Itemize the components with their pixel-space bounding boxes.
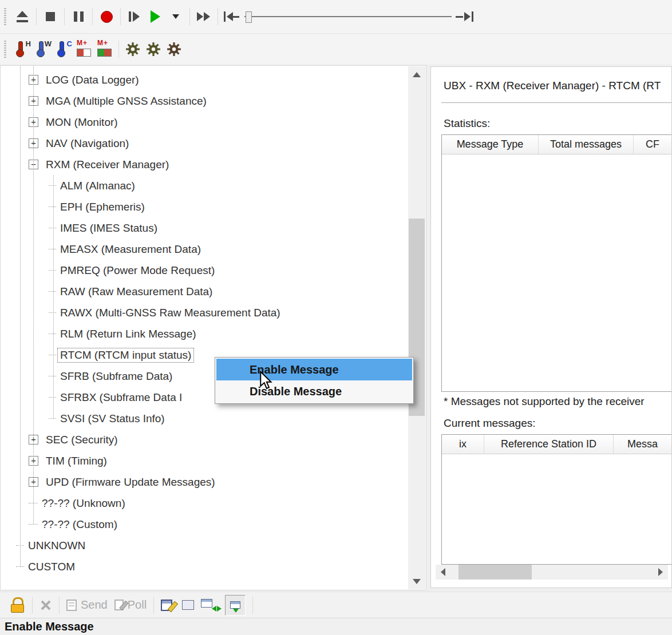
title-divider [441,102,671,103]
column-header-ref-station[interactable]: Reference Station ID [484,435,614,454]
tree-item-measx[interactable]: MEASX (Measurement Data) [1,239,408,260]
gear-icon [165,41,183,58]
send-button[interactable]: Send [66,598,108,612]
transfer-view-button[interactable] [201,599,218,612]
message-tree: +LOG (Data Logger) +MGA (Multiple GNSS A… [1,66,408,590]
tree-vertical-scrollbar [408,66,425,589]
customize-view-button[interactable] [161,600,172,611]
tree-item-label: IMES (IMES Status) [58,221,160,235]
tree-item-tim[interactable]: +TIM (Timing) [1,450,408,471]
dock-window-icon [230,601,240,609]
tree-item-label: CUSTOM [26,560,77,574]
menu-item-disable-message[interactable]: Disable Message [216,380,412,402]
skip-to-end-button[interactable] [454,5,475,28]
tree-item-label: MGA (Multiple GNSS Assistance) [44,94,209,108]
stop-button[interactable] [40,5,61,28]
gear-button-3[interactable] [164,38,184,61]
step-forward-button[interactable] [124,5,145,28]
panel-title: UBX - RXM (Receiver Manager) - RTCM (RT [444,80,661,92]
record-button[interactable] [96,5,117,28]
add-message-button-1[interactable]: M+ [74,38,94,61]
tree-item-label: NAV (Navigation) [44,137,131,150]
tree-item-custom-msg[interactable]: ??-?? (Custom) [1,514,408,535]
tree-item-imes[interactable]: IMES (IMES Status) [1,217,408,239]
tree-guide-line [53,175,54,418]
column-header-ix[interactable]: ix [442,435,484,454]
scroll-left-button[interactable] [436,565,450,580]
tree-connector [49,376,56,376]
tree-item-rawx[interactable]: RAWX (Multi-GNSS Raw Measurement Data) [1,302,408,323]
menu-item-enable-message[interactable]: Enable Message [216,359,412,380]
tree-item-unknown[interactable]: UNKNOWN [1,535,408,556]
delete-button[interactable] [39,599,52,612]
tree-item-upd[interactable]: +UPD (Firmware Update Messages) [1,471,408,493]
poll-button[interactable]: Poll [114,598,147,612]
playback-position-slider[interactable] [244,11,452,22]
dock-view-toggle[interactable] [225,595,246,616]
message-grid-add-icon: M+ [76,41,93,58]
play-options-dropdown[interactable] [165,5,186,28]
tree-item-rlm[interactable]: RLM (Return Link Message) [1,323,408,344]
skip-to-end-icon [456,11,473,22]
tree-item-unknown-msg[interactable]: ??-?? (Unknown) [1,493,408,514]
play-button[interactable] [145,5,165,28]
toolbar-separator [36,8,37,25]
toolbar-separator [64,8,65,25]
scrollbar-thumb[interactable] [458,565,532,580]
toolbar-grip[interactable] [4,41,6,58]
tree-item-log[interactable]: +LOG (Data Logger) [1,69,408,90]
column-header-cf[interactable]: CF [634,135,672,154]
tree-item-sec[interactable]: +SEC (Security) [1,429,408,450]
send-icon [66,600,77,611]
u-center-window: H W C M+ M+ [0,0,672,635]
add-message-button-2[interactable]: M+ [94,38,115,61]
tree-item-svsi[interactable]: SVSI (SV Status Info) [1,408,408,429]
tree-connector [49,228,56,228]
column-header-message-type[interactable]: Message Type [442,135,539,154]
gear-button-1[interactable] [122,38,143,61]
tree-item-eph[interactable]: EPH (Ephemeris) [1,196,408,217]
tree-item-rxm[interactable]: −RXM (Receiver Manager) [1,154,408,175]
pause-button[interactable] [68,5,89,28]
tree-connector [49,291,56,292]
tree-item-pmreq[interactable]: PMREQ (Power Mode Request) [1,260,408,281]
tree-connector [49,355,56,355]
warmstart-button[interactable]: W [33,38,53,61]
fast-forward-button[interactable] [193,5,214,28]
play-icon [151,10,160,23]
message-grid-add-icon: M+ [96,41,113,58]
toolbar-grip[interactable] [4,8,6,25]
tree-item-label: RLM (Return Link Message) [58,327,199,341]
tree-item-mga[interactable]: +MGA (Multiple GNSS Assistance) [1,90,408,112]
copy-window-icon [182,600,194,610]
scroll-right-button[interactable] [653,565,668,580]
tree-item-custom[interactable]: CUSTOM [1,556,408,577]
tree-item-alm[interactable]: ALM (Almanac) [1,175,408,196]
statistics-table: Message Type Total messages CF [441,134,672,392]
eject-icon [16,11,29,22]
skip-to-start-button[interactable] [222,5,242,28]
gear-button-2[interactable] [143,38,164,61]
toolbar-separator [59,597,60,614]
message-actions-toolbar: Send Poll [0,592,672,618]
poll-label: Poll [128,598,147,612]
message-detail-panel: UBX - RXM (Receiver Manager) - RTCM (RT … [430,66,672,588]
column-header-total-messages[interactable]: Total messages [539,135,634,154]
tree-item-nav[interactable]: +NAV (Navigation) [1,133,408,154]
tree-connector [49,397,56,398]
hotstart-button[interactable]: H [12,38,33,61]
coldstart-button[interactable]: C [53,38,74,61]
scroll-up-button[interactable] [408,66,425,82]
duplicate-view-button[interactable] [179,600,194,610]
chevron-down-icon [172,14,179,19]
eject-button[interactable] [12,5,33,28]
scrollbar-track[interactable] [450,565,653,580]
tree-item-raw[interactable]: RAW (Raw Measurement Data) [1,281,408,302]
column-header-messa[interactable]: Messa [614,435,672,454]
tree-item-label: RXM (Receiver Manager) [44,158,171,172]
horizontal-scrollbar [436,565,668,580]
lock-button[interactable] [10,597,25,613]
gear-icon [145,41,162,58]
tree-item-mon[interactable]: +MON (Monitor) [1,112,408,133]
scroll-down-button[interactable] [408,573,425,589]
